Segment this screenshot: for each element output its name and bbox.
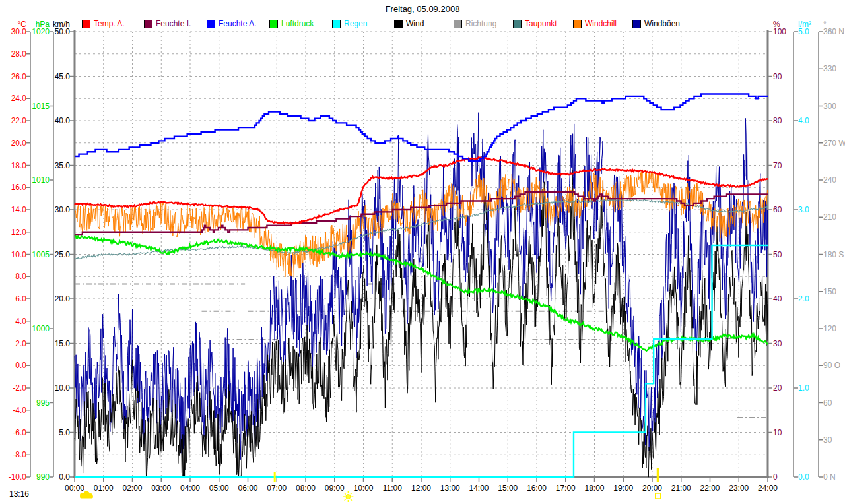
axis-tick-label-deg: 300 — [823, 102, 836, 111]
x-axis-label: 19:00 — [613, 484, 633, 493]
axis-tick-label-degC: 14.0 — [11, 205, 27, 214]
axis-tick-label-kmh: 5.0 — [59, 428, 70, 437]
x-axis-label: 09:00 — [325, 484, 345, 493]
axis-tick-label-lm2: 0.0 — [798, 472, 809, 482]
x-axis-label: 02:00 — [122, 484, 142, 493]
legend-item-windchill: Windchill — [573, 19, 617, 28]
axis-tick-label-deg: 210 — [823, 212, 836, 222]
axis-tick-label-deg: 330 — [823, 64, 836, 73]
axis-tick-label-deg: 30 — [823, 435, 832, 445]
axis-tick-label-degC: 2.0 — [15, 339, 26, 348]
legend-item-richtung: Richtung — [454, 19, 496, 28]
x-axis-label: 01:00 — [94, 484, 114, 493]
legend-label: Windchill — [585, 19, 617, 28]
axis-tick-label-pct: 80 — [773, 116, 782, 125]
axis-tick-label-pct: 10 — [773, 428, 782, 437]
legend-item-regen: Regen — [332, 19, 367, 28]
legend-label: Wind — [406, 19, 424, 28]
axis-tick-label-kmh: 30.0 — [55, 205, 71, 214]
x-axis-label: 06:00 — [238, 484, 257, 493]
legend-swatch-richtung — [454, 20, 462, 28]
axis-tick-label-kmh: 35.0 — [55, 161, 71, 170]
legend-item-feuchte-i: Feuchte I. — [144, 19, 191, 28]
axis-tick-label-hPa: 995 — [36, 398, 50, 408]
legend-label: Richtung — [465, 19, 496, 28]
axis-tick-label-pct: 30 — [773, 339, 782, 348]
x-axis-label: 11:00 — [383, 484, 402, 493]
axis-tick-label-deg: 150 — [823, 287, 836, 296]
axis-tick-label-degC: 4.0 — [15, 317, 26, 326]
axis-tick-label-kmh: 10.0 — [55, 383, 71, 393]
axis-tick-label-deg: 60 — [823, 398, 832, 408]
x-axis-label: 15:00 — [498, 484, 518, 493]
legend-swatch-feuchte-i — [144, 20, 152, 28]
x-axis-label: 07:00 — [267, 484, 287, 493]
axis-tick-label-degC: 20.0 — [11, 139, 27, 148]
sunrise-icon — [343, 491, 353, 502]
x-axis-label: 10:00 — [353, 484, 373, 493]
axis-tick-label-degC: -4.0 — [13, 406, 26, 415]
legend-item-wind: Wind — [394, 19, 424, 28]
status-time: 13:16 — [9, 489, 29, 499]
axis-tick-label-pct: 50 — [773, 250, 782, 259]
axis-tick-label-deg: 180 S — [823, 250, 844, 259]
legend-swatch-windchill — [573, 20, 582, 28]
legend-swatch-feuchte-a — [207, 20, 215, 28]
legend-item-feuchte-a: Feuchte A. — [207, 19, 256, 28]
axis-tick-label-deg: 120 — [823, 324, 836, 333]
legend-label: Taupunkt — [525, 19, 557, 28]
axis-tick-label-degC: -8.0 — [13, 450, 26, 459]
axis-tick-label-degC: 8.0 — [15, 272, 26, 281]
legend-swatch-wind — [394, 20, 403, 28]
axis-tick-label-deg: 240 — [823, 175, 836, 185]
legend-label: Feuchte A. — [219, 19, 256, 28]
legend-swatch-windboeen — [632, 20, 641, 28]
axis-tick-label-pct: 70 — [773, 161, 782, 170]
axis-tick-label-degC: 6.0 — [15, 294, 26, 303]
axis-tick-label-deg: 270 W — [823, 139, 845, 148]
legend-item-taupunkt: Taupunkt — [513, 19, 557, 28]
axis-tick-label-hPa: 1010 — [32, 175, 50, 185]
axis-tick-label-kmh: 20.0 — [55, 294, 71, 303]
axis-tick-label-kmh: 45.0 — [55, 72, 71, 81]
legend-label: Windböen — [644, 19, 680, 28]
legend: Temp. A.Feuchte I.Feuchte A.LuftdruckReg… — [0, 0, 845, 30]
axis-tick-label-degC: 16.0 — [11, 183, 27, 192]
axis-tick-label-degC: 24.0 — [11, 94, 27, 103]
x-axis-label: 16:00 — [527, 484, 547, 493]
weather-chart: °C30.028.026.024.022.020.018.016.014.012… — [0, 0, 845, 504]
x-axis-label: 14:00 — [469, 484, 489, 493]
axis-tick-label-kmh: 15.0 — [55, 339, 71, 348]
axis-tick-label-degC: 22.0 — [11, 116, 27, 125]
x-axis-label: 21:00 — [671, 484, 691, 493]
weather-app-window: °C30.028.026.024.022.020.018.016.014.012… — [0, 0, 845, 504]
legend-swatch-temp-a — [82, 20, 90, 28]
sunrise-marker — [274, 472, 276, 482]
legend-label: Regen — [344, 19, 367, 28]
axis-tick-label-kmh: 40.0 — [55, 116, 71, 125]
legend-swatch-luftdruck — [269, 20, 278, 28]
axis-tick-label-degC: 26.0 — [11, 72, 27, 81]
x-axis-label: 22:00 — [700, 484, 720, 493]
axis-tick-label-kmh: 25.0 — [55, 250, 71, 259]
axis-tick-label-deg: 90 O — [823, 361, 840, 370]
legend-label: Temp. A. — [94, 19, 125, 28]
axis-tick-label-hPa: 1000 — [32, 324, 50, 333]
x-axis-label: 04:00 — [180, 484, 200, 493]
axis-tick-label-degC: 18.0 — [11, 161, 27, 170]
x-axis-label: 17:00 — [556, 484, 576, 493]
sunset-marker — [657, 468, 659, 482]
axis-tick-label-degC: -2.0 — [13, 383, 26, 393]
x-axis-label: 03:00 — [151, 484, 171, 493]
axis-tick-label-degC: 10.0 — [11, 250, 27, 259]
axis-tick-label-lm2: 4.0 — [798, 116, 809, 125]
axis-tick-label-degC: 12.0 — [11, 228, 27, 237]
axis-tick-label-degC: 0.0 — [15, 361, 26, 370]
legend-item-windboeen: Windböen — [632, 19, 680, 28]
axis-tick-label-lm2: 2.0 — [798, 294, 809, 303]
axis-tick-label-hPa: 1005 — [32, 250, 50, 259]
x-axis-label: 05:00 — [209, 484, 229, 493]
x-axis-label: 00:00 — [65, 484, 84, 493]
legend-item-luftdruck: Luftdruck — [269, 19, 314, 28]
axis-tick-label-hPa: 990 — [36, 472, 50, 482]
